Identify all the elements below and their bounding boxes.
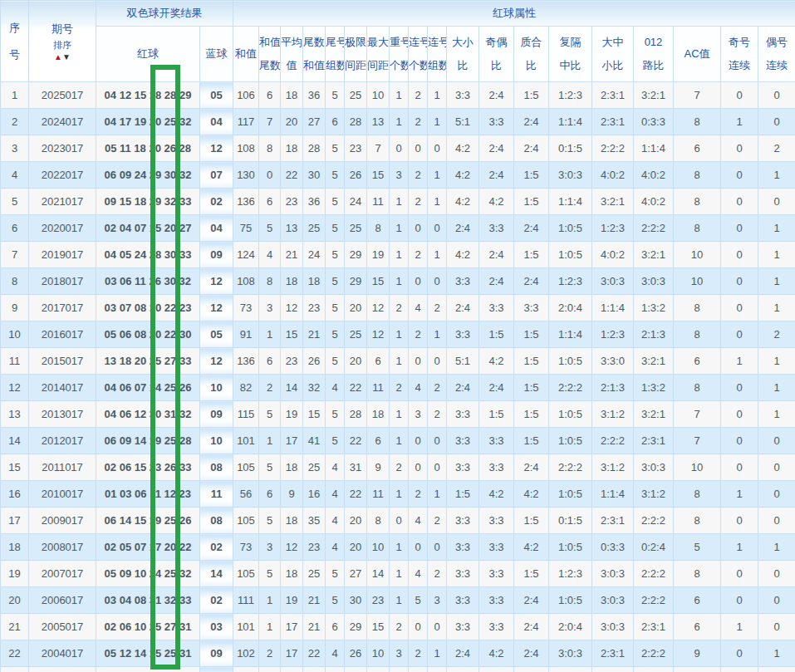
cell-attr-8: 0 [409,534,428,561]
cell-attr-2: 20 [281,109,303,135]
cell-attr-0: 56 [233,481,259,508]
cell-attr-12: 1:5 [514,401,549,428]
cell-attr-18: 1 [758,375,795,401]
cell-attr-2: 22 [281,162,303,189]
table-row: 16201001701 03 06 11 12 2311566916422111… [1,481,795,508]
cell-attr-11: 2:4 [479,375,514,401]
cell-attr-14: 3:1:2 [592,401,634,428]
cell-attr-15: 2:2:2 [634,215,674,242]
cell-attr-8: 2 [409,640,428,667]
cell-attr-0: 75 [233,215,259,242]
cell-blue-ball: 05 [200,82,233,109]
cell-attr-0: 101 [233,614,259,640]
column-header-attr-18: 偶号连续 [758,27,795,82]
cell-red-balls: 02 06 15 23 26 33 [96,454,200,481]
cell-attr-9: 1 [428,640,447,667]
cell-issue: 2015017 [29,348,96,375]
cell-blue-ball: 08 [200,454,233,481]
cell-attr-17: 0 [721,508,758,534]
cell-red-balls: 05 06 08 20 22 30 [96,321,200,348]
cell-attr-11: 3:3 [479,561,514,587]
cell-attr-17: 1 [721,614,758,640]
cell-issue: 2019017 [29,242,96,268]
sort-ascending-icon[interactable]: ▲ [54,52,62,61]
cell-attr-16: 6 [674,614,721,640]
cell-attr-5: 25 [345,321,367,348]
cell-attr-2: 18 [281,667,303,672]
cell-blue-ball: 07 [200,162,233,189]
cell-attr-2: 21 [281,242,303,268]
cell-attr-4: 4 [326,667,345,672]
cell-attr-4: 4 [326,640,345,667]
table-row: 2202401704 17 19 20 25 32041177202762813… [1,109,795,135]
cell-attr-13: 1:1:4 [549,321,592,348]
cell-attr-10: 4:2 [447,189,479,215]
cell-seq: 12 [1,375,29,401]
cell-attr-9: 3 [428,587,447,614]
cell-seq: 7 [1,242,29,268]
table-row: 10201601705 06 08 20 22 3005911152152512… [1,321,795,348]
table-row: 8201801703 06 11 26 30 32121088181852915… [1,268,795,295]
cell-attr-9: 0 [428,428,447,454]
cell-attr-8: 2 [409,189,428,215]
cell-attr-18: 0 [758,82,795,109]
cell-attr-15: 3:1:2 [634,481,674,508]
cell-attr-1: 6 [259,481,281,508]
cell-red-balls: 05 12 14 15 25 31 [96,640,200,667]
cell-attr-17: 0 [721,401,758,428]
cell-attr-2: 18 [281,508,303,534]
cell-attr-7: 1 [390,268,409,295]
cell-attr-3: 25 [303,454,326,481]
cell-attr-18: 1 [758,162,795,189]
cell-attr-1: 1 [259,428,281,454]
cell-attr-12: 1:5 [514,242,549,268]
cell-attr-10: 2:4 [447,295,479,321]
cell-attr-18: 1 [758,401,795,428]
cell-attr-15: 0:2:4 [634,534,674,561]
cell-attr-12: 2:4 [514,614,549,640]
cell-attr-5: 25 [345,82,367,109]
cell-issue: 2022017 [29,162,96,189]
issue-sort-control[interactable]: ▲▼ [29,52,96,65]
cell-attr-11: 4:2 [479,640,514,667]
cell-issue: 2013017 [29,401,96,428]
cell-attr-8: 0 [409,614,428,640]
cell-attr-15: 1:3:2 [634,295,674,321]
cell-attr-4: 5 [326,295,345,321]
cell-issue: 2014017 [29,375,96,401]
cell-attr-1: 3 [259,295,281,321]
cell-attr-13: 1:0:5 [549,215,592,242]
cell-attr-7: 2 [390,295,409,321]
sort-descending-icon[interactable]: ▼ [62,52,71,61]
cell-seq: 19 [1,561,29,587]
cell-attr-14: 2:3:1 [592,640,634,667]
cell-attr-16: 7 [674,401,721,428]
cell-attr-1: 1 [259,321,281,348]
cell-red-balls: 13 18 20 25 27 33 [96,348,200,375]
cell-attr-10: 2:4 [447,375,479,401]
cell-seq: 21 [1,614,29,640]
column-header-attr-10: 大小比 [447,27,479,82]
cell-attr-17: 0 [721,375,758,401]
cell-attr-11: 2:4 [479,82,514,109]
cell-attr-14: 1:1:4 [592,295,634,321]
cell-attr-13: 1:0:5 [549,587,592,614]
cell-attr-6: 10 [367,534,390,561]
cell-attr-9: 2 [428,508,447,534]
column-header-seq: 序 号 [1,1,29,82]
cell-attr-18: 0 [758,481,795,508]
cell-attr-9: 1 [428,109,447,135]
cell-attr-3: 27 [303,109,326,135]
cell-seq: 9 [1,295,29,321]
cell-attr-13: 3:0:3 [549,162,592,189]
cell-attr-2: 15 [281,321,303,348]
column-header-blue-ball: 蓝球 [200,27,233,82]
cell-attr-5: 28 [345,109,367,135]
cell-attr-4: 4 [326,481,345,508]
cell-attr-15: 2:1:3 [634,321,674,348]
cell-attr-14: 2:3:1 [592,508,634,534]
table-row: 15201101702 06 15 23 26 3308105518254319… [1,454,795,481]
cell-attr-12: 1:5 [514,508,549,534]
cell-attr-11: 3:3 [479,454,514,481]
cell-attr-10: 3:3 [447,534,479,561]
